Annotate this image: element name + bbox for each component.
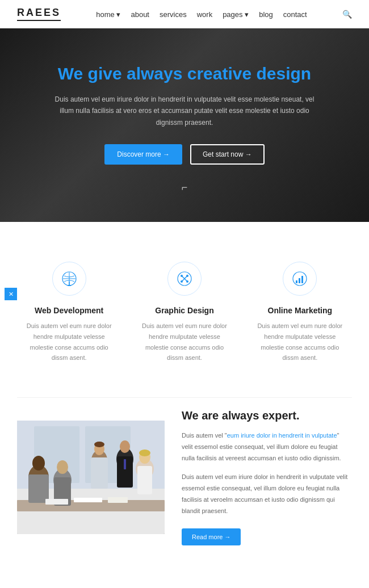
svg-rect-12 [68, 285, 71, 286]
svg-rect-21 [296, 280, 297, 283]
projects-section: Awesome Project Duis autem vel eum iriur… [0, 574, 369, 589]
brand-logo[interactable]: RAEES [17, 7, 61, 21]
read-more-button[interactable]: Read more → [182, 528, 241, 545]
nav-item-home[interactable]: home ▾ [96, 9, 120, 19]
about-text: We are always expert. Duis autem vel "eu… [182, 409, 352, 545]
svg-point-17 [186, 275, 188, 277]
nav-link-about[interactable]: about [131, 10, 149, 19]
svg-point-19 [186, 280, 188, 283]
search-icon[interactable]: 🔍 [342, 10, 352, 19]
nav-link-home[interactable]: home ▾ [96, 10, 120, 19]
svg-point-33 [57, 460, 68, 474]
floating-close-button[interactable]: ✕ [5, 288, 17, 300]
about-section: We are always expert. Duis autem vel "eu… [0, 398, 369, 574]
about-link[interactable]: eum iriure dolor in hendrerit in vulputa… [227, 432, 337, 439]
about-photo [17, 421, 165, 534]
svg-rect-47 [45, 499, 68, 505]
nav-item-about[interactable]: about [131, 9, 149, 19]
nav-link-services[interactable]: services [160, 10, 187, 19]
about-image [17, 421, 165, 534]
svg-point-16 [181, 275, 183, 277]
marketing-icon [292, 271, 307, 286]
nav-item-blog[interactable]: blog [259, 9, 273, 19]
nav-link-blog[interactable]: blog [259, 10, 273, 19]
navbar: RAEES home ▾ about services work pages ▾… [0, 0, 369, 28]
marketing-title: Online Marketing [257, 306, 343, 315]
hero-buttons: Discover more → Get start now → [48, 144, 321, 165]
web-dev-desc: Duis autem vel eum nure dolor hendre mul… [26, 321, 112, 363]
discover-more-button[interactable]: Discover more → [104, 144, 182, 165]
svg-point-40 [120, 440, 130, 453]
marketing-icon-wrap [283, 262, 317, 296]
hero-content: We give always creative design Duis aute… [48, 62, 321, 194]
graphic-desc: Duis autem vel eum nure dolor hendre mul… [141, 321, 228, 363]
svg-point-38 [94, 442, 104, 447]
about-paragraph-2: Duis autem vel eum iriure dolor in hendr… [182, 472, 352, 516]
nav-link-pages[interactable]: pages ▾ [223, 10, 249, 19]
nav-item-services[interactable]: services [160, 9, 187, 19]
svg-rect-31 [28, 474, 49, 503]
close-icon: ✕ [9, 291, 14, 298]
get-start-button[interactable]: Get start now → [190, 144, 265, 165]
nav-item-work[interactable]: work [197, 9, 212, 19]
svg-rect-45 [137, 466, 152, 494]
graphic-icon-wrap [167, 262, 202, 296]
nav-link-contact[interactable]: contact [283, 10, 307, 19]
web-dev-icon-wrap [52, 262, 86, 296]
graphic-title: Graphic Design [141, 306, 228, 315]
about-paragraph-1: Duis autem vel "eum iriure dolor in hend… [182, 430, 352, 464]
nav-item-contact[interactable]: contact [283, 9, 307, 19]
hero-section: We give always creative design Duis aute… [0, 28, 369, 222]
svg-rect-42 [124, 459, 126, 469]
marketing-desc: Duis autem vel eum nure dolor hendre mul… [257, 321, 343, 363]
svg-rect-49 [108, 497, 128, 503]
nav-link-work[interactable]: work [197, 10, 212, 19]
nav-item-pages[interactable]: pages ▾ [223, 9, 249, 19]
service-card-marketing: Online Marketing Duis autem vel eum nure… [248, 250, 352, 375]
service-card-web-dev: Web Development Duis autem vel eum nure … [17, 250, 121, 375]
svg-rect-23 [301, 276, 303, 283]
hero-title: We give always creative design [48, 62, 321, 85]
scroll-indicator: ⌐ [48, 182, 321, 194]
web-dev-icon [62, 271, 77, 286]
svg-rect-48 [74, 498, 102, 502]
svg-point-30 [32, 456, 45, 471]
web-dev-title: Web Development [26, 306, 112, 315]
svg-point-18 [181, 280, 183, 283]
service-card-graphic: Graphic Design Duis autem vel eum nure d… [132, 250, 236, 375]
services-section: Web Development Duis autem vel eum nure … [0, 222, 369, 397]
nav-links: home ▾ about services work pages ▾ blog … [96, 9, 307, 19]
graphic-design-icon [177, 271, 192, 286]
svg-rect-37 [91, 457, 108, 489]
services-grid: Web Development Duis autem vel eum nure … [17, 250, 352, 375]
hero-description: Duis autem vel eum iriure dolor in hendr… [48, 94, 321, 128]
svg-rect-22 [299, 278, 300, 283]
about-title: We are always expert. [182, 409, 352, 422]
svg-point-46 [139, 450, 150, 456]
